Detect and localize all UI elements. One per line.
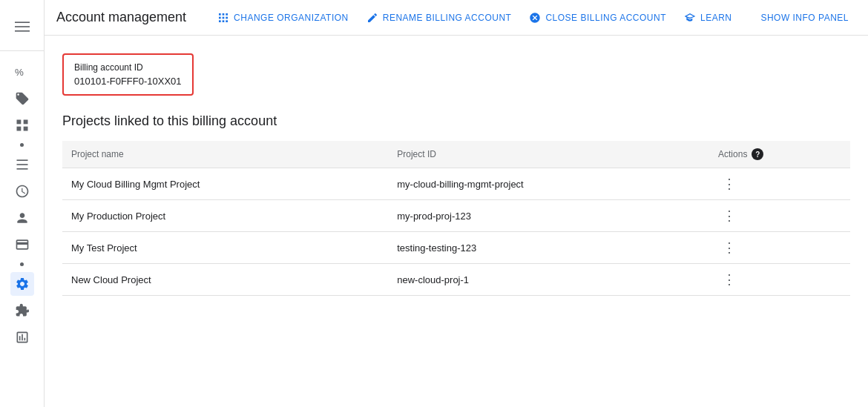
menu-icon[interactable] [10,15,34,39]
svg-rect-1 [15,26,30,27]
table-header-row: Project name Project ID Actions ? [62,141,850,168]
billing-card-label: Billing account ID [74,62,182,73]
grid-icon [217,12,229,24]
svg-rect-10 [16,168,27,170]
table-row: New Cloud Project new-cloud-proj-1 ⋮ [62,264,850,296]
table-row: My Production Project my-prod-proj-123 ⋮ [62,200,850,232]
svg-rect-11 [219,13,221,16]
actions-help-icon[interactable]: ? [752,148,763,160]
table-header: Project name Project ID Actions ? [62,141,850,168]
billing-account-card: Billing account ID 010101-F0FFF0-10XX01 [62,53,194,96]
cell-project-id: my-cloud-billing-mgmt-project [388,168,709,200]
sidebar-dot-2 [20,262,24,266]
table-row: My Cloud Billing Mgmt Project my-cloud-b… [62,168,850,200]
svg-rect-14 [219,16,221,19]
cell-actions: ⋮ [709,264,850,296]
sidebar: % [0,0,45,407]
puzzle-icon[interactable] [10,299,34,322]
main-area: Account management CHANGE ORGANIZATION R… [45,0,868,407]
pencil-icon [366,12,378,24]
cell-project-name: My Production Project [62,200,388,232]
cell-actions: ⋮ [709,168,850,200]
svg-rect-18 [223,20,225,22]
svg-rect-4 [16,120,21,125]
percent-icon[interactable]: % [10,60,34,84]
change-organization-button[interactable]: CHANGE ORGANIZATION [210,7,356,28]
person-icon[interactable] [10,206,34,230]
grid-icon[interactable] [10,113,34,137]
cell-actions: ⋮ [709,200,850,232]
more-actions-button[interactable]: ⋮ [718,239,740,256]
svg-text:%: % [15,67,24,78]
more-actions-button[interactable]: ⋮ [718,176,740,192]
sidebar-dot-1 [20,143,24,147]
svg-rect-15 [223,16,225,19]
more-actions-button[interactable]: ⋮ [718,271,740,288]
svg-rect-8 [16,159,27,161]
svg-rect-17 [219,20,221,22]
svg-rect-9 [16,164,27,165]
col-project-id: Project ID [388,141,709,168]
tag-icon[interactable] [10,87,34,110]
cell-project-name: My Cloud Billing Mgmt Project [62,168,388,200]
actions-header: Actions ? [718,148,841,160]
cell-project-id: new-cloud-proj-1 [388,264,709,296]
svg-rect-12 [223,13,225,16]
svg-rect-2 [15,30,30,32]
svg-rect-6 [16,127,21,131]
content-area: Billing account ID 010101-F0FFF0-10XX01 … [45,36,868,407]
more-actions-button[interactable]: ⋮ [718,208,740,224]
cell-project-name: My Test Project [62,232,388,264]
svg-rect-0 [15,21,30,23]
graduation-icon [684,12,696,24]
close-billing-account-button[interactable]: CLOSE BILLING ACCOUNT [522,7,674,28]
svg-rect-13 [226,13,228,16]
projects-table-body: My Cloud Billing Mgmt Project my-cloud-b… [62,168,850,296]
cell-project-id: testing-testing-123 [388,232,709,264]
svg-rect-16 [226,16,228,19]
projects-section-title: Projects linked to this billing account [62,113,850,129]
header: Account management CHANGE ORGANIZATION R… [45,0,868,36]
sidebar-top [0,6,44,51]
cell-project-name: New Cloud Project [62,264,388,296]
settings-icon[interactable] [10,272,34,296]
billing-card-value: 010101-F0FFF0-10XX01 [74,76,182,87]
checklist-icon[interactable] [10,325,34,349]
rename-billing-account-button[interactable]: RENAME BILLING ACCOUNT [359,7,519,28]
x-circle-icon [529,12,541,24]
list-icon[interactable] [10,153,34,176]
projects-table: Project name Project ID Actions ? My Clo… [62,141,850,296]
learn-button[interactable]: LEARN [677,7,740,28]
cell-project-id: my-prod-proj-123 [388,200,709,232]
svg-rect-7 [23,127,27,131]
table-row: My Test Project testing-testing-123 ⋮ [62,232,850,264]
svg-rect-5 [23,120,27,125]
svg-rect-19 [226,20,228,22]
col-project-name: Project name [62,141,388,168]
credit-card-icon[interactable] [10,233,34,257]
col-actions: Actions ? [709,141,850,168]
header-actions: CHANGE ORGANIZATION RENAME BILLING ACCOU… [210,7,856,28]
page-title: Account management [56,10,186,25]
cell-actions: ⋮ [709,232,850,264]
show-info-panel-button[interactable]: SHOW INFO PANEL [753,8,856,27]
clock-icon[interactable] [10,179,34,203]
